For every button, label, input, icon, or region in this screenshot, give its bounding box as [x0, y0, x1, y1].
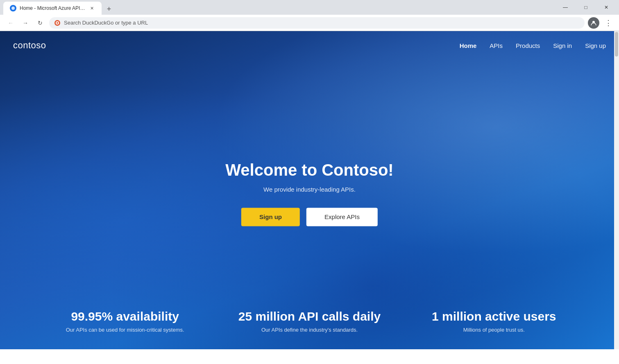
stat-active-users: 1 million active users Millions of peopl… — [402, 310, 586, 333]
active-tab[interactable]: Home - Microsoft Azure API Mar ✕ — [3, 2, 102, 15]
site-logo: contoso — [13, 40, 46, 51]
forward-button[interactable]: → — [20, 17, 31, 29]
minimize-button[interactable]: — — [556, 0, 575, 15]
hero-section: Welcome to Contoso! We provide industry-… — [225, 161, 393, 226]
hero-title: Welcome to Contoso! — [225, 161, 393, 179]
stat-availability: 99.95% availability Our APIs can be used… — [33, 310, 217, 333]
nav-apis[interactable]: APIs — [490, 42, 503, 49]
tab-close-button[interactable]: ✕ — [88, 5, 95, 11]
site-navigation: contoso Home APIs Products Sign in Sign … — [0, 31, 619, 60]
website-content: contoso Home APIs Products Sign in Sign … — [0, 31, 619, 349]
hero-buttons: Sign up Explore APIs — [225, 208, 393, 226]
svg-point-3 — [57, 22, 58, 24]
hero-subtitle: We provide industry-leading APIs. — [225, 186, 393, 193]
close-button[interactable]: ✕ — [597, 0, 616, 15]
stats-section: 99.95% availability Our APIs can be used… — [0, 293, 619, 349]
stat-api-calls: 25 million API calls daily Our APIs defi… — [217, 310, 401, 333]
nav-links: Home APIs Products Sign in Sign up — [460, 42, 606, 49]
stat-active-users-number: 1 million active users — [402, 310, 586, 323]
url-text: Search DuckDuckGo or type a URL — [64, 20, 148, 26]
back-button[interactable]: ← — [5, 17, 16, 29]
profile-button[interactable] — [588, 17, 599, 29]
svg-point-0 — [11, 7, 15, 10]
reload-button[interactable]: ↻ — [34, 17, 46, 29]
stat-active-users-desc: Millions of people trust us. — [402, 327, 586, 333]
nav-signup[interactable]: Sign up — [585, 42, 606, 49]
new-tab-button[interactable]: + — [103, 3, 115, 15]
stat-api-calls-number: 25 million API calls daily — [217, 310, 401, 323]
nav-home[interactable]: Home — [460, 42, 477, 49]
window-controls: — □ ✕ — [556, 0, 616, 15]
browser-menu-button[interactable]: ⋮ — [603, 17, 614, 29]
tab-title: Home - Microsoft Azure API Mar — [20, 5, 85, 11]
stat-availability-number: 99.95% availability — [33, 310, 217, 323]
tab-favicon — [10, 5, 16, 11]
url-input[interactable]: Search DuckDuckGo or type a URL — [49, 17, 585, 29]
stat-api-calls-desc: Our APIs define the industry's standards… — [217, 327, 401, 333]
address-bar: ← → ↻ Search DuckDuckGo or type a URL ⋮ — [0, 15, 619, 31]
nav-signin[interactable]: Sign in — [553, 42, 572, 49]
signup-button[interactable]: Sign up — [241, 208, 300, 226]
nav-products[interactable]: Products — [516, 42, 540, 49]
maximize-button[interactable]: □ — [576, 0, 595, 15]
duckduckgo-icon — [54, 20, 61, 26]
explore-apis-button[interactable]: Explore APIs — [306, 208, 378, 226]
stat-availability-desc: Our APIs can be used for mission-critica… — [33, 327, 217, 333]
